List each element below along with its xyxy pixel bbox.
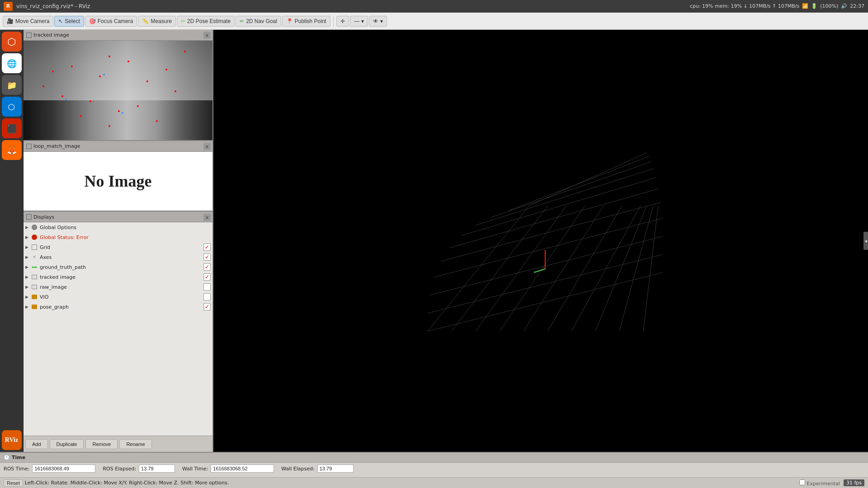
- svg-line-7: [475, 169, 654, 225]
- measure-button[interactable]: 📏 Measure: [138, 16, 176, 27]
- svg-line-5: [450, 189, 658, 248]
- ros-time-field: ROS Time:: [4, 465, 95, 473]
- 3d-grid: [405, 128, 676, 354]
- sidebar-item-chrome[interactable]: 🌐: [2, 53, 22, 73]
- statusbar-right: Experimental 31 fps: [799, 479, 864, 487]
- viewport-expand-handle[interactable]: ◀: [863, 232, 868, 250]
- select-button[interactable]: ↖ Select: [54, 16, 84, 27]
- battery-icon: 🔋: [811, 3, 817, 9]
- svg-line-13: [476, 206, 566, 331]
- wall-elapsed-field: Wall Elapsed:: [281, 465, 353, 473]
- expand-arrow-global-options: ▶: [25, 225, 31, 230]
- sidebar-item-ubuntu[interactable]: ⬡: [2, 32, 22, 52]
- display-item-tracked-image[interactable]: ▶ tracked image ✓: [24, 272, 212, 282]
- vio-icon: [31, 293, 38, 300]
- tracked-image-panel-icon: [26, 33, 32, 38]
- statusbar: Reset Left-Click: Rotate. Middle-Click: …: [0, 477, 868, 488]
- global-options-icon: [31, 224, 38, 231]
- titlebar-right: cpu: 19% mem: 19% ↓ 107MB/s ↑ 107MB/s 📶 …: [690, 3, 864, 9]
- axes-label: Axes: [40, 254, 202, 260]
- focus-camera-button[interactable]: 🎯 Focus Camera: [85, 16, 137, 27]
- display-item-axes[interactable]: ▶ ⚡ Axes ✓: [24, 252, 212, 262]
- display-item-grid[interactable]: ▶ Grid ✓: [24, 242, 212, 252]
- move-camera-button[interactable]: 🎥 Move Camera: [3, 16, 53, 27]
- experimental-label: Experimental: [799, 479, 840, 487]
- expand-arrow-axes: ▶: [25, 255, 31, 259]
- publish-point-button[interactable]: 📍 Publish Point: [282, 16, 330, 27]
- toolbar-separator-1: [333, 16, 334, 27]
- dropdown-arrow-2: ▾: [380, 18, 383, 24]
- ros-time-input[interactable]: [32, 465, 95, 473]
- app-icon: R: [4, 2, 13, 11]
- ros-elapsed-label: ROS Elapsed:: [103, 466, 136, 472]
- sidebar-item-terminal[interactable]: ⬛: [2, 118, 22, 138]
- nav-goal-button[interactable]: ✏ 2D Nav Goal: [236, 16, 281, 27]
- toolbar: 🎥 Move Camera ↖ Select 🎯 Focus Camera 📏 …: [0, 13, 868, 30]
- tracked-image-content: [24, 41, 212, 140]
- wall-elapsed-input[interactable]: [317, 465, 354, 473]
- display-item-raw-image[interactable]: ▶ raw_image ✓: [24, 282, 212, 292]
- raw-image-checkbox[interactable]: ✓: [203, 283, 211, 291]
- global-status-label: Global Status: Error: [40, 235, 211, 240]
- pose-graph-checkbox[interactable]: ✓: [203, 303, 211, 310]
- view-icon: 👁: [373, 18, 378, 24]
- measure-label: Measure: [151, 18, 172, 24]
- displays-header: Displays ×: [24, 211, 212, 222]
- svg-line-0: [428, 272, 663, 331]
- browser-icon: 🦊: [7, 145, 17, 155]
- sidebar-item-files[interactable]: 📁: [2, 75, 22, 95]
- move-camera-label: Move Camera: [15, 18, 49, 24]
- displays-close[interactable]: ×: [203, 214, 211, 221]
- svg-line-23: [534, 269, 545, 272]
- camera-feed: [24, 41, 212, 140]
- add-button[interactable]: Add: [25, 439, 48, 449]
- window-title: vins_rviz_config.rviz* - RViz: [16, 3, 90, 9]
- tracked-image-panel: tracked image ×: [24, 30, 212, 141]
- sidebar: ⬡ 🌐 📁 ⬡ ⬛ 🦊 RViz: [0, 30, 24, 452]
- camera-type-button[interactable]: — ▾: [350, 16, 368, 27]
- pose-estimate-button[interactable]: ✏ 2D Pose Estimate: [177, 16, 235, 27]
- measure-icon: 📏: [142, 18, 149, 24]
- ground-truth-checkbox[interactable]: ✓: [203, 263, 211, 271]
- display-item-vio[interactable]: ▶ VIO ✓: [24, 292, 212, 302]
- tracked-image-close[interactable]: ×: [203, 32, 211, 39]
- wall-time-label: Wall Time:: [182, 466, 208, 472]
- expand-arrow-grid: ▶: [25, 245, 31, 249]
- vio-checkbox[interactable]: ✓: [203, 293, 211, 300]
- loop-match-content: No Image: [24, 152, 212, 211]
- displays-panel: Displays × ▶ Global Options ▶: [24, 211, 212, 452]
- files-icon: 📁: [7, 80, 17, 90]
- tracked-image-checkbox[interactable]: ✓: [203, 273, 211, 281]
- sidebar-item-rviz[interactable]: RViz: [2, 430, 22, 450]
- rename-button[interactable]: Rename: [119, 439, 152, 449]
- display-item-ground-truth[interactable]: ▶ ground_truth_path ✓: [24, 262, 212, 272]
- experimental-checkbox[interactable]: [799, 479, 805, 485]
- global-options-label: Global Options: [40, 225, 211, 230]
- svg-line-18: [595, 206, 647, 331]
- remove-button[interactable]: Remove: [85, 439, 118, 449]
- displays-list: ▶ Global Options ▶ Global Status: Error: [24, 222, 212, 436]
- publish-point-icon: 📍: [286, 18, 293, 24]
- time-panel: 🕐 Time ROS Time: ROS Elapsed: Wall Time:…: [0, 452, 868, 477]
- reset-button[interactable]: Reset: [4, 479, 23, 487]
- display-item-global-status[interactable]: ▶ Global Status: Error: [24, 232, 212, 242]
- svg-line-9: [509, 156, 649, 211]
- global-status-icon: [31, 234, 38, 241]
- rviz-icon: RViz: [5, 436, 18, 444]
- sidebar-item-vscode[interactable]: ⬡: [2, 97, 22, 117]
- loop-match-close[interactable]: ×: [203, 143, 211, 150]
- view-button[interactable]: 👁 ▾: [369, 16, 387, 27]
- interact-button[interactable]: ✛: [336, 16, 349, 27]
- display-item-global-options[interactable]: ▶ Global Options: [24, 222, 212, 232]
- axes-checkbox[interactable]: ✓: [203, 253, 211, 261]
- ros-elapsed-input[interactable]: [139, 465, 175, 473]
- chrome-icon: 🌐: [7, 59, 17, 68]
- vscode-icon: ⬡: [8, 102, 15, 112]
- wall-time-input[interactable]: [211, 465, 274, 473]
- sidebar-item-browser[interactable]: 🦊: [2, 140, 22, 160]
- display-item-pose-graph[interactable]: ▶ pose_graph ✓: [24, 302, 212, 312]
- 3d-viewport[interactable]: ◀: [213, 30, 868, 452]
- loop-match-panel-icon: [26, 144, 32, 149]
- duplicate-button[interactable]: Duplicate: [50, 439, 84, 449]
- grid-checkbox[interactable]: ✓: [203, 244, 211, 251]
